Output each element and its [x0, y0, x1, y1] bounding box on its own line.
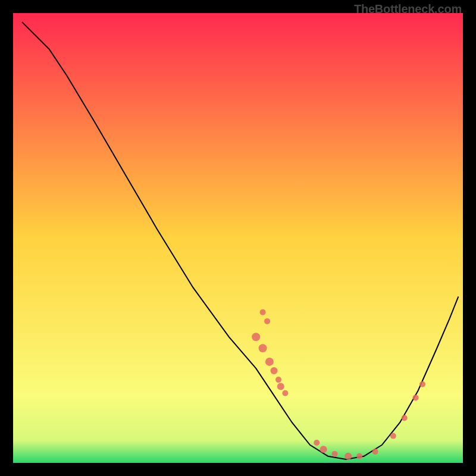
data-point: [277, 383, 284, 390]
data-point: [264, 318, 270, 324]
data-point: [402, 415, 408, 421]
data-point: [271, 367, 278, 374]
data-point: [356, 453, 362, 459]
gradient-background: [13, 13, 463, 463]
data-point: [413, 394, 419, 400]
chart-container: TheBottleneck.com: [0, 0, 476, 476]
data-point: [314, 440, 320, 446]
chart-svg: [13, 13, 463, 463]
data-point: [372, 449, 378, 455]
data-point: [332, 451, 338, 457]
data-point: [345, 453, 352, 460]
watermark-text: TheBottleneck.com: [354, 2, 462, 16]
data-point: [275, 377, 281, 383]
data-point: [260, 309, 266, 315]
data-point: [252, 333, 260, 341]
data-point: [390, 433, 396, 439]
data-point: [282, 390, 288, 396]
data-point: [259, 344, 267, 352]
data-point: [265, 358, 274, 366]
data-point: [419, 381, 425, 387]
data-point: [320, 446, 327, 453]
